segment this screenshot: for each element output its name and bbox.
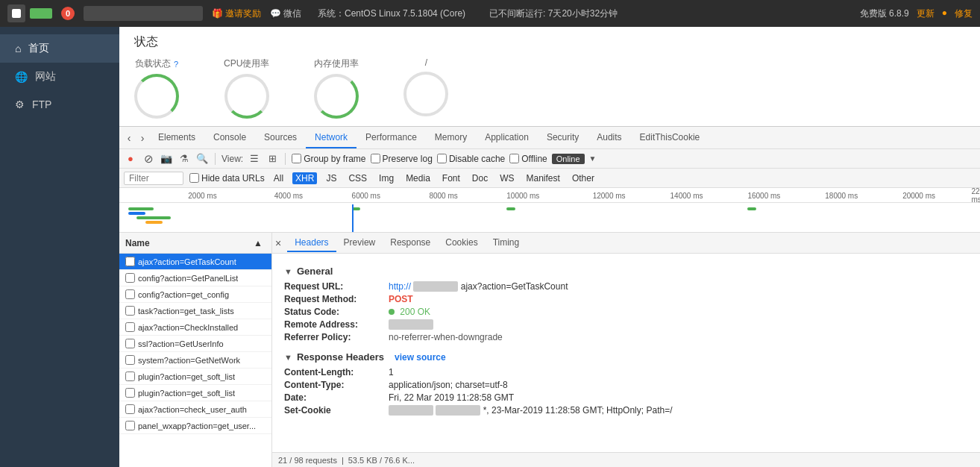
devtools-forward-icon[interactable]: › xyxy=(136,131,149,145)
offline-checkbox[interactable]: Offline xyxy=(509,154,547,164)
timeline-bar-6 xyxy=(506,207,515,210)
help-icon[interactable]: ? xyxy=(174,60,178,69)
list-view-icon[interactable]: ☰ xyxy=(248,152,261,166)
top-right-area: 免费版 6.8.9 更新 ● 修复 xyxy=(860,7,973,20)
detail-close-button[interactable]: × xyxy=(275,237,281,249)
ftp-icon: ⚙ xyxy=(15,98,25,110)
gauge-cpu-label: CPU使用率 xyxy=(224,57,269,70)
request-item-10[interactable]: panel_wxapp?action=get_user... xyxy=(119,418,271,434)
tab-editthiscookie[interactable]: EditThisCookie xyxy=(631,128,709,148)
tab-audits[interactable]: Audits xyxy=(588,128,630,148)
filter-font[interactable]: Font xyxy=(439,172,463,184)
response-headers-toggle-icon: ▼ xyxy=(284,353,292,362)
globe-icon: 🌐 xyxy=(15,71,28,83)
filter-js[interactable]: JS xyxy=(323,172,339,184)
filter-doc[interactable]: Doc xyxy=(469,172,491,184)
url-blurred xyxy=(413,281,458,292)
detail-tab-cookies[interactable]: Cookies xyxy=(438,234,485,252)
gauge-memory-circle xyxy=(314,74,359,119)
hide-data-urls-checkbox[interactable]: Hide data URLs xyxy=(189,173,265,184)
online-select[interactable]: Online xyxy=(552,154,585,164)
tab-application[interactable]: Application xyxy=(476,128,538,148)
sidebar-item-ftp[interactable]: ⚙ FTP xyxy=(0,91,119,118)
preserve-log-checkbox[interactable]: Preserve log xyxy=(371,154,433,164)
general-section-label: General xyxy=(297,266,333,277)
request-item-2[interactable]: config?action=get_config xyxy=(119,286,271,303)
filter-all[interactable]: All xyxy=(271,172,286,184)
scroll-up-button[interactable]: ▲ xyxy=(251,236,266,251)
group-by-frame-checkbox[interactable]: Group by frame xyxy=(292,154,365,164)
request-item-9[interactable]: ajax?action=check_user_auth xyxy=(119,401,271,418)
tab-sources[interactable]: Sources xyxy=(255,128,306,148)
filter-ws[interactable]: WS xyxy=(497,172,517,184)
gauge-disk-circle xyxy=(403,72,448,116)
search-button[interactable]: 🔍 xyxy=(195,152,209,166)
record-button[interactable]: ● xyxy=(124,152,137,166)
status-bar: 21 / 98 requests | 53.5 KB / 76.6 K... xyxy=(272,452,980,467)
camera-button[interactable]: 📷 xyxy=(160,152,173,166)
filter-other[interactable]: Other xyxy=(569,172,597,184)
request-item-0[interactable]: ajax?action=GetTaskCount xyxy=(119,254,271,270)
status-code-val: 200 OK xyxy=(389,307,430,317)
detail-content: ▼ General Request URL: http:// ajax?acti… xyxy=(272,254,980,452)
request-item-5[interactable]: ssl?action=GetUserInfo xyxy=(119,336,271,352)
request-item-4[interactable]: ajax?action=CheckInstalled xyxy=(119,319,271,336)
request-item-7[interactable]: plugin?action=get_soft_list xyxy=(119,369,271,385)
request-item-3[interactable]: task?action=get_task_lists xyxy=(119,303,271,319)
throttle-dropdown[interactable]: ▼ xyxy=(589,154,597,163)
devtools-back-icon[interactable]: ‹ xyxy=(122,131,136,145)
request-item-6[interactable]: system?action=GetNetWork xyxy=(119,352,271,369)
request-item-8[interactable]: plugin?action=get_soft_list xyxy=(119,385,271,401)
wechat-link[interactable]: 💬 微信 xyxy=(270,7,301,20)
filter-bar: Hide data URLs All XHR JS CSS Img Media … xyxy=(119,169,980,188)
filter-manifest[interactable]: Manifest xyxy=(524,172,563,184)
tab-elements[interactable]: Elements xyxy=(149,128,204,148)
sidebar-item-home[interactable]: ⌂ 首页 xyxy=(0,34,119,63)
filter-css[interactable]: CSS xyxy=(345,172,370,184)
content-length-key: Content-Length: xyxy=(284,367,389,377)
notification-badge[interactable]: 0 xyxy=(61,7,75,20)
general-toggle-icon: ▼ xyxy=(284,267,292,276)
toolbar-separator-2 xyxy=(285,153,286,165)
response-headers-section-header[interactable]: ▼ Response Headers view source xyxy=(284,351,968,363)
detail-tab-response[interactable]: Response xyxy=(383,234,438,252)
sidebar-label-website: 网站 xyxy=(35,70,56,84)
repair-button[interactable]: ● xyxy=(942,7,947,20)
tab-console[interactable]: Console xyxy=(204,128,255,148)
status-value: 200 OK xyxy=(400,307,430,317)
filter-media[interactable]: Media xyxy=(403,172,433,184)
remote-address-key: Remote Address: xyxy=(284,319,389,330)
tab-security[interactable]: Security xyxy=(538,128,588,148)
tab-performance[interactable]: Performance xyxy=(356,128,426,148)
clear-button[interactable]: ⊘ xyxy=(142,152,155,166)
update-button[interactable]: 更新 xyxy=(917,7,935,20)
disable-cache-checkbox[interactable]: Disable cache xyxy=(437,154,505,164)
tab-memory[interactable]: Memory xyxy=(426,128,476,148)
detail-tab-headers[interactable]: Headers xyxy=(287,234,336,252)
detail-tab-timing[interactable]: Timing xyxy=(486,234,527,252)
main-split: Name ▲ ajax?action=GetTaskCount config?a… xyxy=(119,233,980,467)
detail-tab-preview[interactable]: Preview xyxy=(336,234,383,252)
timeline-mark-12000: 12000 ms xyxy=(593,188,626,203)
grid-view-icon[interactable]: ⊞ xyxy=(266,152,279,166)
request-item-1[interactable]: config?action=GetPanelList xyxy=(119,270,271,286)
view-source-link[interactable]: view source xyxy=(395,352,446,363)
gauge-cpu-circle xyxy=(224,74,269,119)
filter-toggle[interactable]: ⚗ xyxy=(178,152,191,166)
runtime-info: 已不间断运行: 7天20小时32分钟 xyxy=(489,7,618,20)
filter-input[interactable] xyxy=(124,172,183,185)
tab-network[interactable]: Network xyxy=(306,128,356,148)
sidebar-label-home: 首页 xyxy=(28,42,49,55)
timeline-mark-2000: 2000 ms xyxy=(188,188,216,203)
sidebar-item-website[interactable]: 🌐 网站 xyxy=(0,63,119,91)
invite-link[interactable]: 🎁 邀请奖励 xyxy=(212,7,261,20)
gauge-load: 负载状态 ? xyxy=(134,57,179,119)
network-toolbar: ● ⊘ 📷 ⚗ 🔍 View: ☰ ⊞ Group by frame Prese… xyxy=(119,149,980,169)
filter-xhr[interactable]: XHR xyxy=(292,172,317,184)
general-section-header[interactable]: ▼ General xyxy=(284,266,968,277)
home-icon: ⌂ xyxy=(15,43,21,54)
search-input[interactable] xyxy=(84,6,203,21)
repair-label[interactable]: 修复 xyxy=(955,7,973,20)
response-headers-label: Response Headers xyxy=(297,351,384,363)
filter-img[interactable]: Img xyxy=(376,172,397,184)
